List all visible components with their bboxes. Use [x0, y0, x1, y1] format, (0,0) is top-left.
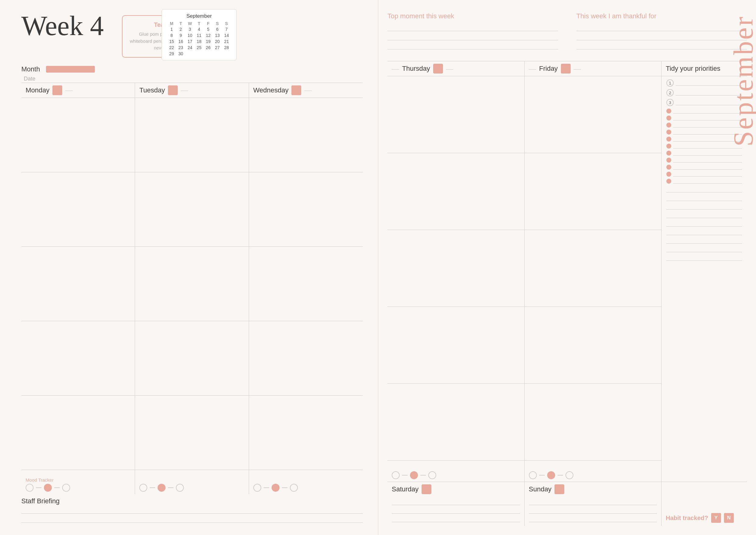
bullet-line-8[interactable] — [673, 158, 742, 162]
extra-line-5[interactable] — [666, 220, 742, 227]
mood-circle-2[interactable] — [44, 484, 52, 492]
wed-mood-3[interactable] — [290, 484, 298, 492]
monday-cell-5[interactable] — [21, 396, 135, 470]
mood-circle-3[interactable] — [62, 484, 70, 492]
habit-y-button[interactable]: Y — [711, 513, 721, 523]
monday-cell-1[interactable] — [21, 98, 135, 172]
top-moment-line-3[interactable] — [388, 43, 558, 49]
monday-cell-3[interactable] — [21, 247, 135, 321]
fri-mood-2[interactable] — [547, 471, 555, 479]
tue-mood-3[interactable] — [176, 484, 184, 492]
bullet-line-11[interactable] — [673, 179, 742, 183]
cal-13: 13 — [213, 33, 222, 38]
tuesday-cell-1[interactable] — [135, 98, 249, 172]
tue-mood-2[interactable] — [158, 484, 166, 492]
fri-cell-3[interactable] — [525, 230, 662, 307]
thu-dash-2 — [420, 475, 426, 475]
thu-cell-5[interactable] — [388, 384, 524, 460]
fri-mood-3[interactable] — [565, 471, 573, 479]
thankful-section: This week I am thankful for — [577, 12, 747, 52]
bullet-circle-8 — [666, 158, 671, 162]
extra-line-8[interactable] — [666, 245, 742, 252]
extra-lines — [666, 186, 742, 261]
extra-line-3[interactable] — [666, 203, 742, 210]
sat-sun-row: Saturday Sunday — [388, 482, 747, 526]
tue-mood-1[interactable] — [139, 484, 147, 492]
habit-n-button[interactable]: N — [724, 513, 734, 523]
thankful-line-2[interactable] — [577, 34, 747, 40]
extra-line-4[interactable] — [666, 211, 742, 218]
habit-tracked: Habit tracked? Y N — [662, 510, 738, 526]
thu-mood-2[interactable] — [410, 471, 418, 479]
thankful-line-3[interactable] — [577, 43, 747, 49]
top-moment-line-2[interactable] — [388, 34, 558, 40]
wednesday-cell-2[interactable] — [249, 172, 363, 246]
bullet-circle-4 — [666, 130, 671, 134]
month-row: Month — [21, 65, 363, 73]
wednesday-label: Wednesday — [253, 86, 289, 94]
fri-cell-5[interactable] — [525, 384, 662, 460]
cal-hdr-t2: T — [195, 21, 203, 26]
wednesday-cell-5[interactable] — [249, 396, 363, 470]
top-moment-line-1[interactable] — [388, 24, 558, 31]
thu-mood-1[interactable] — [392, 471, 400, 479]
fri-cell-4[interactable] — [525, 307, 662, 384]
monday-cell-4[interactable] — [21, 321, 135, 395]
sun-line-2[interactable] — [529, 507, 657, 514]
sun-line-1[interactable] — [529, 498, 657, 505]
mood-circle-1[interactable] — [26, 484, 34, 492]
mood-dash-2 — [54, 488, 60, 488]
cal-29: 29 — [167, 51, 176, 56]
fri-mood-1[interactable] — [529, 471, 537, 479]
fri-cell-1[interactable] — [525, 76, 662, 153]
fri-dash-2 — [557, 475, 563, 475]
briefing-line-1[interactable] — [21, 508, 363, 514]
tuesday-cell-2[interactable] — [135, 172, 249, 246]
fri-cell-2[interactable] — [525, 153, 662, 230]
bullet-line-7[interactable] — [673, 151, 742, 155]
thu-mood-3[interactable] — [428, 471, 436, 479]
extra-line-9[interactable] — [666, 254, 742, 261]
thu-cell-1[interactable] — [388, 76, 524, 153]
left-panel: September M T W T F S S 1 2 3 4 5 6 7 8 … — [0, 0, 378, 535]
thankful-line-1[interactable] — [577, 24, 747, 31]
bullet-circle-9 — [666, 165, 671, 170]
cal-19: 19 — [204, 39, 212, 44]
tuesday-cell-4[interactable] — [135, 321, 249, 395]
day-row-4 — [21, 321, 363, 395]
briefing-line-2[interactable] — [21, 517, 363, 523]
wednesday-cell-4[interactable] — [249, 321, 363, 395]
sun-line-3[interactable] — [529, 516, 657, 522]
sat-line-1[interactable] — [392, 498, 520, 505]
thu-cell-4[interactable] — [388, 307, 524, 384]
wed-mood-2[interactable] — [272, 484, 280, 492]
tuesday-cell-3[interactable] — [135, 247, 249, 321]
wednesday-cell-1[interactable] — [249, 98, 363, 172]
cal-8: 8 — [167, 33, 176, 38]
wed-mood-1[interactable] — [253, 484, 261, 492]
cal-hdr-w: W — [186, 21, 194, 26]
sat-line-3[interactable] — [392, 516, 520, 522]
sunday-cell: Sunday — [525, 482, 662, 526]
thu-cell-2[interactable] — [388, 153, 524, 230]
tue-dash-2 — [168, 488, 174, 488]
bullet-circle-2 — [666, 116, 671, 121]
wednesday-date-box — [291, 85, 301, 95]
wednesday-cell-3[interactable] — [249, 247, 363, 321]
cal-24: 24 — [186, 45, 194, 50]
extra-line-2[interactable] — [666, 194, 742, 201]
sat-line-2[interactable] — [392, 507, 520, 514]
tuesday-mood-cell — [135, 470, 249, 494]
top-moment-title: Top moment this week — [388, 12, 558, 20]
thu-cell-3[interactable] — [388, 230, 524, 307]
extra-line-7[interactable] — [666, 237, 742, 244]
tuesday-cell-5[interactable] — [135, 396, 249, 470]
bullet-line-10[interactable] — [673, 172, 742, 177]
monday-cell-2[interactable] — [21, 172, 135, 246]
cal-hdr-s1: S — [213, 21, 222, 26]
cal-25: 25 — [195, 45, 203, 50]
cal-6: 6 — [213, 27, 222, 32]
bullet-line-9[interactable] — [673, 165, 742, 170]
extra-line-6[interactable] — [666, 228, 742, 235]
extra-line-1[interactable] — [666, 186, 742, 192]
